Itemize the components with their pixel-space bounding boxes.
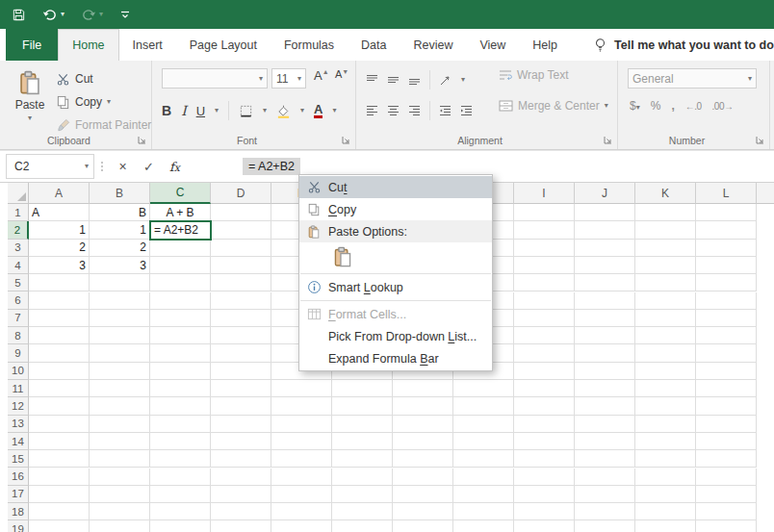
orientation-button[interactable] (439, 74, 452, 87)
cell-E18[interactable] (271, 503, 332, 520)
tab-formulas[interactable]: Formulas (271, 29, 348, 61)
top-align-button[interactable] (366, 74, 378, 86)
decrease-indent-button[interactable] (439, 105, 452, 116)
cell-I3[interactable] (514, 240, 575, 257)
cell-H14[interactable] (453, 433, 514, 450)
cell-A6[interactable] (29, 292, 90, 310)
column-header-k[interactable]: K (635, 183, 696, 204)
decrease-font-size-button[interactable]: A▼ (335, 68, 348, 89)
cell-F13[interactable] (332, 416, 393, 433)
cell-B17[interactable] (90, 486, 150, 503)
cell-D19[interactable] (211, 520, 271, 532)
cell-B10[interactable] (90, 363, 150, 380)
row-header-17[interactable]: 17 (8, 486, 29, 503)
row-header-6[interactable]: 6 (8, 291, 29, 309)
cell-K3[interactable] (635, 240, 696, 257)
cell-C3[interactable] (150, 240, 211, 257)
cell-D12[interactable] (211, 397, 271, 415)
row-header-10[interactable]: 10 (8, 363, 29, 380)
italic-button[interactable]: I (181, 103, 187, 118)
tab-review[interactable]: Review (400, 29, 466, 61)
cell-A14[interactable] (29, 433, 90, 450)
cell-B2[interactable]: 1 (90, 221, 150, 239)
number-format-combo[interactable]: General ▾ (628, 68, 757, 89)
currency-format-button[interactable]: $▾ (630, 99, 640, 113)
cell-C8[interactable] (150, 327, 211, 344)
chevron-down-icon[interactable]: ▾ (332, 107, 336, 114)
tab-page-layout[interactable]: Page Layout (176, 29, 271, 61)
cell-B8[interactable] (90, 327, 150, 344)
cell-C18[interactable] (150, 503, 211, 520)
chevron-down-icon[interactable]: ▾ (300, 107, 304, 114)
cell-L19[interactable] (696, 520, 757, 532)
cell-K7[interactable] (635, 310, 696, 327)
cell-A19[interactable] (29, 520, 90, 532)
cell-I15[interactable] (514, 450, 575, 468)
cell-D9[interactable] (211, 344, 271, 362)
align-left-button[interactable] (366, 105, 378, 116)
cell-C6[interactable] (150, 292, 211, 310)
cell-A12[interactable] (29, 397, 90, 415)
decrease-decimal-icon[interactable]: .00→ (712, 101, 734, 112)
borders-button[interactable] (239, 104, 253, 118)
cell-D16[interactable] (211, 469, 271, 486)
cell-H18[interactable] (453, 503, 514, 520)
merge-and-center-button[interactable]: Merge & Center ▾ (499, 99, 608, 113)
cell-J6[interactable] (575, 292, 635, 310)
bold-button[interactable]: B (162, 103, 171, 118)
cell-C11[interactable] (150, 380, 211, 397)
cell-I6[interactable] (514, 292, 575, 310)
formula-bar-drag-handle[interactable] (94, 165, 110, 167)
cell-C12[interactable] (150, 397, 211, 415)
row-header-11[interactable]: 11 (8, 380, 29, 397)
cell-J5[interactable] (575, 274, 635, 291)
cell-C14[interactable] (150, 433, 211, 450)
cell-A15[interactable] (29, 450, 90, 468)
cell-I16[interactable] (514, 469, 575, 486)
cell-I4[interactable] (514, 257, 575, 274)
cell-L1[interactable] (696, 204, 757, 221)
cell-D8[interactable] (211, 327, 271, 344)
cell-I9[interactable] (514, 344, 575, 362)
cell-A7[interactable] (29, 310, 90, 327)
cell-F17[interactable] (332, 486, 393, 503)
cell-K4[interactable] (635, 257, 696, 274)
comma-style-button[interactable]: , (671, 99, 674, 113)
cell-K13[interactable] (635, 416, 696, 433)
cell-L8[interactable] (696, 327, 757, 344)
cell-F12[interactable] (332, 397, 393, 415)
align-center-button[interactable] (387, 105, 400, 116)
cell-F16[interactable] (332, 469, 393, 486)
cell-J12[interactable] (575, 397, 635, 415)
cell-C5[interactable] (150, 274, 211, 291)
active-cell-editor[interactable]: = A2+B2 (149, 220, 212, 240)
cell-J16[interactable] (575, 469, 635, 486)
percent-style-button[interactable]: % (651, 99, 661, 113)
cell-D5[interactable] (211, 274, 271, 291)
cell-J8[interactable] (575, 327, 635, 344)
cell-G17[interactable] (393, 486, 453, 503)
tab-insert[interactable]: Insert (119, 29, 176, 61)
underline-button[interactable]: U (196, 104, 205, 118)
cell-I8[interactable] (514, 327, 575, 344)
cell-B9[interactable] (90, 344, 150, 362)
cell-I19[interactable] (514, 520, 575, 532)
cell-D2[interactable] (211, 221, 271, 239)
cell-C9[interactable] (150, 344, 211, 362)
cell-B1[interactable]: B (90, 204, 150, 221)
cell-K12[interactable] (635, 397, 696, 415)
cell-A9[interactable] (29, 344, 90, 362)
cell-L11[interactable] (696, 380, 757, 397)
column-header-j[interactable]: J (575, 183, 635, 204)
cell-D18[interactable] (211, 503, 271, 520)
format-painter-button[interactable]: Format Painter (56, 115, 151, 135)
cell-D10[interactable] (211, 363, 271, 380)
select-all-corner[interactable] (8, 183, 29, 204)
cell-L5[interactable] (696, 274, 757, 291)
cell-L14[interactable] (696, 433, 757, 450)
cell-I7[interactable] (514, 310, 575, 327)
formula-input[interactable]: = A2+B2 (243, 158, 300, 175)
cell-C4[interactable] (150, 257, 211, 274)
cut-button[interactable]: Cut (56, 69, 151, 89)
cell-K16[interactable] (635, 469, 696, 486)
